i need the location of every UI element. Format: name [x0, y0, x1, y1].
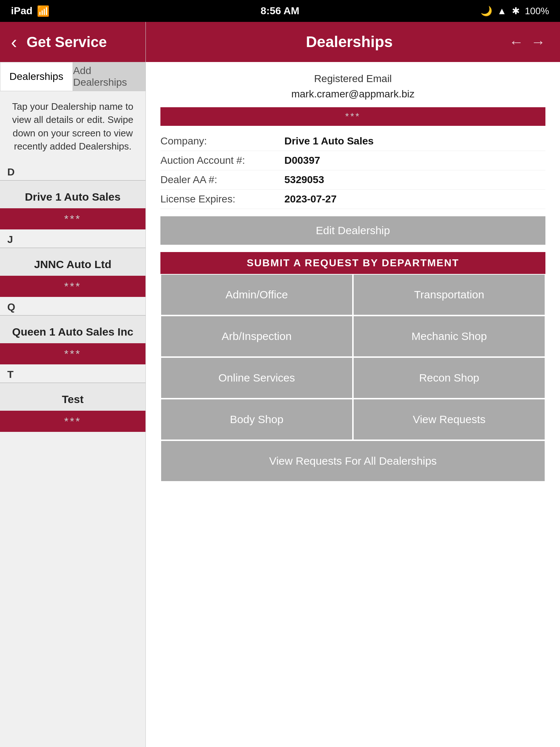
list-item[interactable]: Test ***	[0, 383, 145, 432]
right-panel: Dealerships ← → Registered Email mark.cr…	[146, 22, 560, 747]
dealer-name: Test	[0, 383, 145, 411]
registered-email-label: Registered Email	[160, 73, 545, 85]
left-panel: ‹ Get Service Dealerships Add Dealership…	[0, 22, 146, 747]
left-panel-title: Get Service	[27, 34, 107, 50]
info-label-auction: Auction Account #:	[160, 155, 284, 166]
info-value-dealer-aa: 5329053	[284, 174, 324, 186]
view-requests-all-button[interactable]: View Requests For All Dealerships	[160, 440, 545, 482]
dealer-badge: ***	[0, 208, 145, 229]
nav-back-arrow[interactable]: ←	[509, 34, 524, 50]
registered-email-value: mark.cramer@appmark.biz	[160, 88, 545, 100]
dealer-badge: ***	[0, 411, 145, 432]
info-label-company: Company:	[160, 135, 284, 147]
dealer-list: D Drive 1 Auto Sales *** J JNNC Auto Ltd…	[0, 162, 145, 747]
section-letter-t: T	[0, 364, 145, 383]
info-row-dealer-aa: Dealer AA #: 5329053	[160, 170, 545, 190]
right-panel-title: Dealerships	[190, 33, 509, 51]
list-item[interactable]: Drive 1 Auto Sales ***	[0, 181, 145, 229]
recon-shop-button[interactable]: Recon Shop	[353, 357, 545, 399]
moon-icon: 🌙	[481, 5, 492, 17]
status-bar-left: iPad 📶	[11, 5, 50, 17]
info-row-license: License Expires: 2023-07-27	[160, 190, 545, 209]
right-header: Dealerships ← →	[146, 22, 560, 62]
section-letter-d: D	[0, 162, 145, 181]
left-instruction: Tap your Dealership name to view all det…	[0, 91, 145, 162]
dealer-name: Queen 1 Auto Sales Inc	[0, 316, 145, 343]
info-row-auction: Auction Account #: D00397	[160, 151, 545, 170]
info-table: Company: Drive 1 Auto Sales Auction Acco…	[160, 132, 545, 209]
wifi-icon: 📶	[37, 5, 50, 17]
info-label-license: License Expires:	[160, 193, 284, 205]
status-bar-time: 8:56 AM	[261, 5, 299, 17]
info-value-auction: D00397	[284, 155, 320, 166]
tab-dealerships[interactable]: Dealerships	[0, 62, 73, 91]
view-requests-button[interactable]: View Requests	[353, 399, 545, 440]
dealer-badge: ***	[0, 276, 145, 297]
bluetooth-icon: ✱	[512, 5, 520, 17]
status-bar-right: 🌙 ▲ ✱ 100%	[481, 5, 549, 17]
section-letter-j: J	[0, 229, 145, 248]
section-letter-q: Q	[0, 297, 145, 316]
location-icon: ▲	[497, 5, 507, 17]
list-item[interactable]: JNNC Auto Ltd ***	[0, 248, 145, 297]
info-value-company: Drive 1 Auto Sales	[284, 135, 374, 147]
info-value-license: 2023-07-27	[284, 193, 337, 205]
dealer-badge: ***	[0, 343, 145, 364]
edit-dealership-button[interactable]: Edit Dealership	[160, 216, 545, 245]
online-services-button[interactable]: Online Services	[160, 357, 353, 399]
admin-office-button[interactable]: Admin/Office	[160, 274, 353, 316]
status-bar: iPad 📶 8:56 AM 🌙 ▲ ✱ 100%	[0, 0, 560, 22]
nav-forward-arrow[interactable]: →	[531, 34, 545, 50]
dealer-name: JNNC Auto Ltd	[0, 248, 145, 276]
body-shop-button[interactable]: Body Shop	[160, 399, 353, 440]
transportation-button[interactable]: Transportation	[353, 274, 545, 316]
nav-arrows: ← →	[509, 34, 545, 50]
list-item[interactable]: Queen 1 Auto Sales Inc ***	[0, 316, 145, 364]
back-button[interactable]: ‹	[11, 31, 17, 53]
arb-inspection-button[interactable]: Arb/Inspection	[160, 316, 353, 357]
dealer-name: Drive 1 Auto Sales	[0, 181, 145, 208]
submit-header: SUBMIT A REQUEST BY DEPARTMENT	[160, 252, 545, 274]
tab-add-dealerships[interactable]: Add Dealerships	[73, 62, 146, 91]
right-content: Registered Email mark.cramer@appmark.biz…	[146, 62, 560, 493]
info-row-company: Company: Drive 1 Auto Sales	[160, 132, 545, 151]
left-header: ‹ Get Service	[0, 22, 145, 62]
info-label-dealer-aa: Dealer AA #:	[160, 174, 284, 186]
device-label: iPad	[11, 5, 32, 17]
dept-grid: Admin/Office Transportation Arb/Inspecti…	[160, 274, 545, 440]
tabs-row: Dealerships Add Dealerships	[0, 62, 145, 91]
mechanic-shop-button[interactable]: Mechanic Shop	[353, 316, 545, 357]
top-badge-divider: ***	[160, 107, 545, 126]
main-container: ‹ Get Service Dealerships Add Dealership…	[0, 22, 560, 747]
battery-label: 100%	[525, 5, 549, 17]
